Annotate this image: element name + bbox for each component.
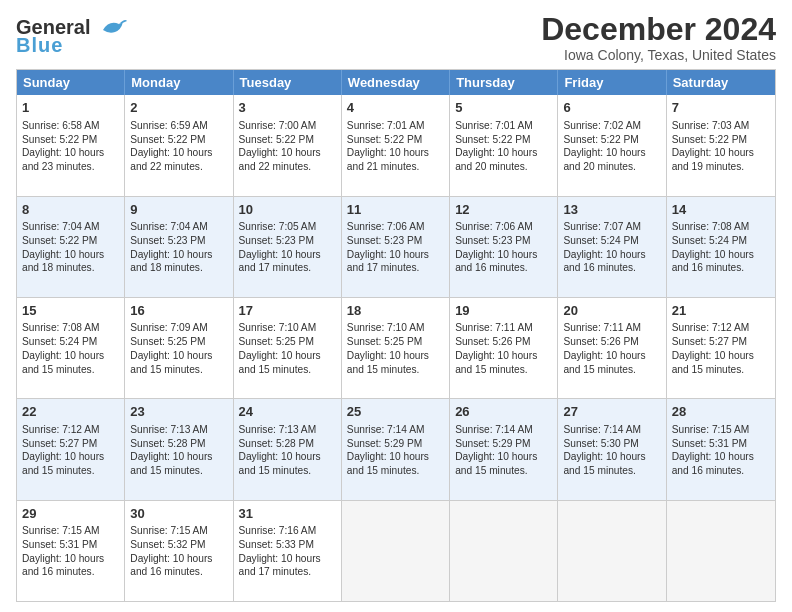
day-info-line: and 15 minutes. bbox=[672, 363, 770, 377]
day-info-line: Sunrise: 7:06 AM bbox=[347, 220, 444, 234]
day-info-line: Daylight: 10 hours bbox=[672, 248, 770, 262]
day-info-line: Sunrise: 7:04 AM bbox=[130, 220, 227, 234]
calendar-cell: 27Sunrise: 7:14 AMSunset: 5:30 PMDayligh… bbox=[558, 399, 666, 499]
day-info-line: and 15 minutes. bbox=[239, 464, 336, 478]
calendar-cell: 12Sunrise: 7:06 AMSunset: 5:23 PMDayligh… bbox=[450, 197, 558, 297]
day-info-line: Daylight: 10 hours bbox=[239, 450, 336, 464]
calendar-cell: 13Sunrise: 7:07 AMSunset: 5:24 PMDayligh… bbox=[558, 197, 666, 297]
day-number: 1 bbox=[22, 99, 119, 117]
calendar-cell: 24Sunrise: 7:13 AMSunset: 5:28 PMDayligh… bbox=[234, 399, 342, 499]
weekday-header-monday: Monday bbox=[125, 70, 233, 95]
day-info-line: Sunset: 5:22 PM bbox=[672, 133, 770, 147]
day-number: 24 bbox=[239, 403, 336, 421]
day-info-line: and 20 minutes. bbox=[455, 160, 552, 174]
day-info-line: Sunrise: 7:10 AM bbox=[239, 321, 336, 335]
day-number: 31 bbox=[239, 505, 336, 523]
calendar-cell: 14Sunrise: 7:08 AMSunset: 5:24 PMDayligh… bbox=[667, 197, 775, 297]
day-info-line: and 17 minutes. bbox=[239, 261, 336, 275]
day-info-line: and 16 minutes. bbox=[563, 261, 660, 275]
day-info-line: and 15 minutes. bbox=[130, 464, 227, 478]
calendar-cell: 19Sunrise: 7:11 AMSunset: 5:26 PMDayligh… bbox=[450, 298, 558, 398]
day-info-line: Sunset: 5:27 PM bbox=[672, 335, 770, 349]
day-number: 25 bbox=[347, 403, 444, 421]
day-info-line: Daylight: 10 hours bbox=[672, 146, 770, 160]
calendar-cell: 6Sunrise: 7:02 AMSunset: 5:22 PMDaylight… bbox=[558, 95, 666, 195]
weekday-header-tuesday: Tuesday bbox=[234, 70, 342, 95]
calendar-week-5: 29Sunrise: 7:15 AMSunset: 5:31 PMDayligh… bbox=[17, 501, 775, 601]
day-number: 8 bbox=[22, 201, 119, 219]
day-info-line: Sunrise: 7:12 AM bbox=[672, 321, 770, 335]
logo-bird-icon bbox=[95, 16, 127, 38]
calendar-week-1: 1Sunrise: 6:58 AMSunset: 5:22 PMDaylight… bbox=[17, 95, 775, 196]
day-info-line: and 19 minutes. bbox=[672, 160, 770, 174]
day-info-line: Daylight: 10 hours bbox=[455, 248, 552, 262]
day-info-line: Sunset: 5:28 PM bbox=[239, 437, 336, 451]
calendar-cell: 10Sunrise: 7:05 AMSunset: 5:23 PMDayligh… bbox=[234, 197, 342, 297]
day-info-line: Sunrise: 7:13 AM bbox=[239, 423, 336, 437]
day-info-line: Sunrise: 7:09 AM bbox=[130, 321, 227, 335]
day-info-line: Daylight: 10 hours bbox=[130, 248, 227, 262]
day-info-line: Daylight: 10 hours bbox=[455, 450, 552, 464]
weekday-header-sunday: Sunday bbox=[17, 70, 125, 95]
day-info-line: Sunset: 5:25 PM bbox=[347, 335, 444, 349]
day-number: 21 bbox=[672, 302, 770, 320]
calendar-cell: 28Sunrise: 7:15 AMSunset: 5:31 PMDayligh… bbox=[667, 399, 775, 499]
day-number: 30 bbox=[130, 505, 227, 523]
day-info-line: and 15 minutes. bbox=[347, 464, 444, 478]
weekday-header-saturday: Saturday bbox=[667, 70, 775, 95]
main-title: December 2024 bbox=[541, 12, 776, 47]
day-number: 6 bbox=[563, 99, 660, 117]
calendar-cell: 9Sunrise: 7:04 AMSunset: 5:23 PMDaylight… bbox=[125, 197, 233, 297]
day-info-line: and 18 minutes. bbox=[130, 261, 227, 275]
day-number: 3 bbox=[239, 99, 336, 117]
day-info-line: and 17 minutes. bbox=[239, 565, 336, 579]
day-info-line: Sunset: 5:29 PM bbox=[347, 437, 444, 451]
day-info-line: Sunrise: 7:14 AM bbox=[347, 423, 444, 437]
day-number: 10 bbox=[239, 201, 336, 219]
calendar-cell: 17Sunrise: 7:10 AMSunset: 5:25 PMDayligh… bbox=[234, 298, 342, 398]
day-info-line: Sunset: 5:25 PM bbox=[130, 335, 227, 349]
day-info-line: Sunrise: 6:58 AM bbox=[22, 119, 119, 133]
day-info-line: Sunset: 5:28 PM bbox=[130, 437, 227, 451]
calendar-cell: 1Sunrise: 6:58 AMSunset: 5:22 PMDaylight… bbox=[17, 95, 125, 195]
day-info-line: Sunrise: 7:15 AM bbox=[672, 423, 770, 437]
header: General Blue December 2024 Iowa Colony, … bbox=[16, 12, 776, 63]
day-number: 2 bbox=[130, 99, 227, 117]
calendar-cell: 2Sunrise: 6:59 AMSunset: 5:22 PMDaylight… bbox=[125, 95, 233, 195]
day-info-line: Sunset: 5:23 PM bbox=[347, 234, 444, 248]
subtitle: Iowa Colony, Texas, United States bbox=[541, 47, 776, 63]
day-info-line: Sunset: 5:24 PM bbox=[22, 335, 119, 349]
day-info-line: and 22 minutes. bbox=[130, 160, 227, 174]
day-info-line: Sunrise: 7:08 AM bbox=[672, 220, 770, 234]
day-info-line: Sunrise: 7:03 AM bbox=[672, 119, 770, 133]
day-number: 20 bbox=[563, 302, 660, 320]
day-number: 13 bbox=[563, 201, 660, 219]
day-number: 26 bbox=[455, 403, 552, 421]
day-info-line: Sunset: 5:24 PM bbox=[563, 234, 660, 248]
day-info-line: Sunset: 5:31 PM bbox=[22, 538, 119, 552]
calendar-cell: 7Sunrise: 7:03 AMSunset: 5:22 PMDaylight… bbox=[667, 95, 775, 195]
page: General Blue December 2024 Iowa Colony, … bbox=[0, 0, 792, 612]
weekday-header-thursday: Thursday bbox=[450, 70, 558, 95]
day-info-line: Sunrise: 6:59 AM bbox=[130, 119, 227, 133]
day-info-line: Sunrise: 7:14 AM bbox=[563, 423, 660, 437]
calendar-cell: 30Sunrise: 7:15 AMSunset: 5:32 PMDayligh… bbox=[125, 501, 233, 601]
day-info-line: Sunrise: 7:04 AM bbox=[22, 220, 119, 234]
calendar-cell: 8Sunrise: 7:04 AMSunset: 5:22 PMDaylight… bbox=[17, 197, 125, 297]
calendar-cell: 29Sunrise: 7:15 AMSunset: 5:31 PMDayligh… bbox=[17, 501, 125, 601]
day-info-line: Sunrise: 7:05 AM bbox=[239, 220, 336, 234]
day-number: 29 bbox=[22, 505, 119, 523]
day-info-line: and 15 minutes. bbox=[563, 363, 660, 377]
day-info-line: Daylight: 10 hours bbox=[455, 349, 552, 363]
calendar-cell bbox=[558, 501, 666, 601]
day-info-line: Daylight: 10 hours bbox=[563, 146, 660, 160]
day-info-line: Daylight: 10 hours bbox=[22, 450, 119, 464]
day-info-line: Sunset: 5:22 PM bbox=[22, 234, 119, 248]
day-info-line: and 23 minutes. bbox=[22, 160, 119, 174]
day-info-line: Sunrise: 7:11 AM bbox=[563, 321, 660, 335]
calendar-cell: 23Sunrise: 7:13 AMSunset: 5:28 PMDayligh… bbox=[125, 399, 233, 499]
day-info-line: and 16 minutes. bbox=[130, 565, 227, 579]
calendar-cell: 3Sunrise: 7:00 AMSunset: 5:22 PMDaylight… bbox=[234, 95, 342, 195]
calendar-body: 1Sunrise: 6:58 AMSunset: 5:22 PMDaylight… bbox=[17, 95, 775, 601]
day-info-line: Sunset: 5:22 PM bbox=[239, 133, 336, 147]
